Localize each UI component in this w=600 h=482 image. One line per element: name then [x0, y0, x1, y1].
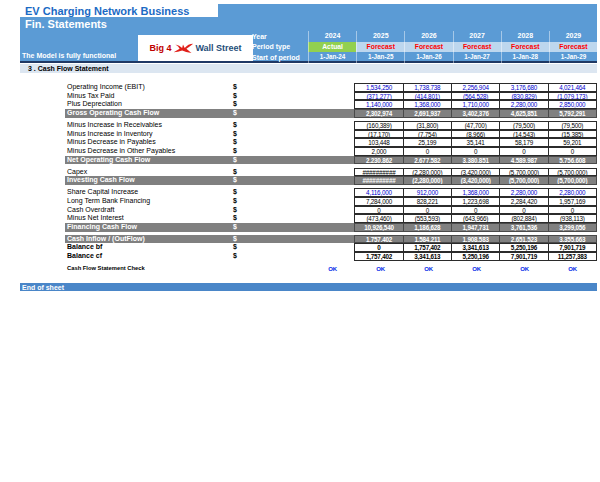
value-cell[interactable]: (3,420,000) [451, 168, 500, 177]
value-cell[interactable]: 25,199 [403, 138, 452, 147]
value-cell[interactable]: (7,754) [403, 130, 452, 139]
value-cell[interactable]: (31,800) [403, 121, 452, 130]
header-cell[interactable]: Forecast [356, 42, 404, 53]
value-cell[interactable]: 7,901,719 [548, 243, 597, 252]
value-cell[interactable]: 0 [499, 147, 548, 156]
value-cell[interactable]: (830,829) [499, 92, 548, 101]
header-cell[interactable]: 1-Jan-29 [549, 52, 597, 63]
value-cell[interactable]: 1,710,000 [451, 100, 500, 109]
value-cell[interactable]: 1,534,250 [354, 83, 403, 92]
value-cell[interactable]: 0 [403, 147, 452, 156]
value-cell[interactable]: (371,277) [354, 92, 403, 101]
value-cell[interactable]: ########## [354, 176, 403, 185]
value-cell[interactable]: 1,368,000 [451, 188, 500, 197]
value-cell[interactable]: 1,140,000 [354, 100, 403, 109]
value-cell[interactable]: 2,280,000 [499, 100, 548, 109]
header-cell[interactable]: Forecast [404, 42, 452, 53]
value-cell[interactable]: 4,116,000 [354, 188, 403, 197]
value-cell[interactable]: 4,625,851 [499, 109, 548, 118]
value-cell[interactable]: 3,355,663 [548, 235, 597, 244]
value-cell[interactable]: (2,280,000) [403, 168, 452, 177]
value-cell[interactable]: 2,651,523 [499, 235, 548, 244]
value-cell[interactable]: 3,402,376 [451, 109, 500, 118]
value-cell[interactable]: 5,756,608 [548, 156, 597, 165]
value-cell[interactable]: (473,460) [354, 214, 403, 223]
value-cell[interactable]: (8,966) [451, 130, 500, 139]
value-cell[interactable]: 1,908,583 [451, 235, 500, 244]
value-cell[interactable]: 1,757,402 [354, 235, 403, 244]
value-cell[interactable]: 1,584,211 [403, 235, 452, 244]
header-cell[interactable]: 2026 [404, 31, 452, 42]
value-cell[interactable]: 10,926,540 [354, 223, 403, 232]
header-cell[interactable]: Forecast [501, 42, 549, 53]
value-cell[interactable]: (79,500) [548, 121, 597, 130]
value-cell[interactable]: 3,299,056 [548, 223, 597, 232]
header-cell[interactable]: 1-Jan-26 [404, 52, 452, 63]
value-cell[interactable]: 1,757,402 [403, 243, 452, 252]
header-cell[interactable]: Actual [308, 42, 356, 53]
header-cell[interactable]: 2028 [501, 31, 549, 42]
value-cell[interactable]: 58,179 [499, 138, 548, 147]
value-cell[interactable]: 7,901,719 [499, 252, 548, 261]
value-cell[interactable]: 5,792,291 [548, 109, 597, 118]
value-cell[interactable]: 2,256,904 [451, 83, 500, 92]
value-cell[interactable]: 3,761,536 [499, 223, 548, 232]
value-cell[interactable]: (643,966) [451, 214, 500, 223]
value-cell[interactable]: (2,280,000) [403, 176, 452, 185]
value-cell[interactable]: (5,700,000) [548, 168, 597, 177]
value-cell[interactable]: (1,079,173) [548, 92, 597, 101]
value-cell[interactable]: 59,201 [548, 138, 597, 147]
header-cell[interactable]: 1-Jan-24 [308, 52, 356, 63]
header-cell[interactable]: 1-Jan-28 [501, 52, 549, 63]
value-cell[interactable]: 3,380,851 [451, 156, 500, 165]
header-cell[interactable]: Forecast [453, 42, 501, 53]
value-cell[interactable]: 2,280,000 [499, 188, 548, 197]
header-cell[interactable]: 1-Jan-27 [453, 52, 501, 63]
value-cell[interactable]: 0 [354, 206, 403, 215]
value-cell[interactable]: (553,593) [403, 214, 452, 223]
value-cell[interactable]: 2,691,937 [403, 109, 452, 118]
header-cell[interactable]: Forecast [549, 42, 597, 53]
value-cell[interactable]: (802,884) [499, 214, 548, 223]
value-cell[interactable]: 2,000 [354, 147, 403, 156]
value-cell[interactable]: 4,021,464 [548, 83, 597, 92]
value-cell[interactable]: 2,302,974 [354, 109, 403, 118]
value-cell[interactable]: 828,221 [403, 197, 452, 206]
value-cell[interactable]: 912,000 [403, 188, 452, 197]
value-cell[interactable]: 2,230,862 [354, 156, 403, 165]
value-cell[interactable]: 0 [451, 147, 500, 156]
value-cell[interactable]: 5,250,196 [451, 252, 500, 261]
value-cell[interactable]: 0 [451, 206, 500, 215]
value-cell[interactable]: 35,141 [451, 138, 500, 147]
value-cell[interactable]: 7,284,000 [354, 197, 403, 206]
value-cell[interactable]: (5,700,000) [499, 176, 548, 185]
header-cell[interactable]: 2027 [453, 31, 501, 42]
value-cell[interactable]: 1,757,402 [354, 252, 403, 261]
header-cell[interactable]: 2024 [308, 31, 356, 42]
value-cell[interactable]: 2,280,000 [548, 188, 597, 197]
value-cell[interactable]: 11,257,383 [548, 252, 597, 261]
value-cell[interactable]: (3,420,000) [451, 176, 500, 185]
value-cell[interactable]: 0 [548, 147, 597, 156]
value-cell[interactable]: 2,284,420 [499, 197, 548, 206]
value-cell[interactable]: (14,543) [499, 130, 548, 139]
value-cell[interactable]: 0 [354, 243, 403, 252]
value-cell[interactable]: (564,528) [451, 92, 500, 101]
header-cell[interactable]: 2025 [356, 31, 404, 42]
value-cell[interactable]: (5,700,000) [499, 168, 548, 177]
value-cell[interactable]: 1,738,738 [403, 83, 452, 92]
value-cell[interactable]: (160,389) [354, 121, 403, 130]
value-cell[interactable]: (79,500) [499, 121, 548, 130]
header-cell[interactable]: 2029 [549, 31, 597, 42]
value-cell[interactable]: 2,850,000 [548, 100, 597, 109]
value-cell[interactable]: (15,385) [548, 130, 597, 139]
value-cell[interactable]: 4,589,987 [499, 156, 548, 165]
value-cell[interactable]: 3,341,613 [403, 252, 452, 261]
value-cell[interactable]: (414,801) [403, 92, 452, 101]
value-cell[interactable]: 103,448 [354, 138, 403, 147]
value-cell[interactable]: 1,957,169 [548, 197, 597, 206]
value-cell[interactable]: (5,700,000) [548, 176, 597, 185]
value-cell[interactable]: 1,186,628 [403, 223, 452, 232]
value-cell[interactable]: 1,223,698 [451, 197, 500, 206]
value-cell[interactable]: (938,113) [548, 214, 597, 223]
